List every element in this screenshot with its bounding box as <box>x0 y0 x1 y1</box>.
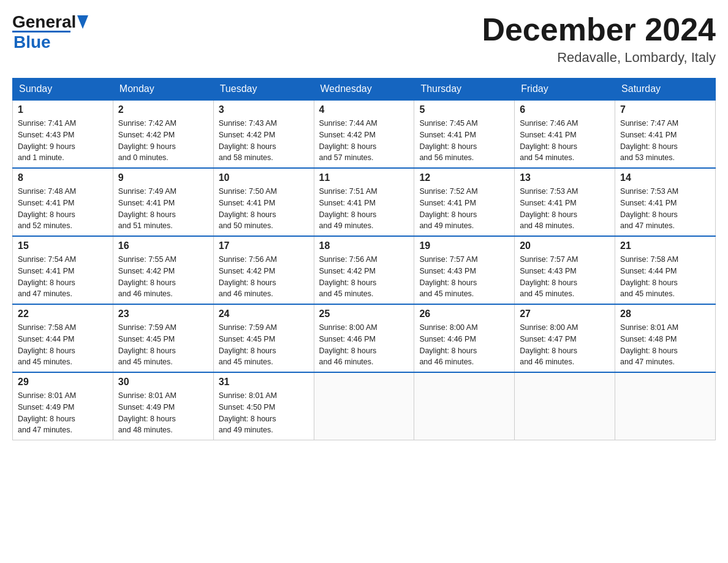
page-header: General Blue December 2024 Redavalle, Lo… <box>12 12 716 66</box>
day-number: 8 <box>18 172 108 183</box>
calendar-cell: 1Sunrise: 7:41 AM Sunset: 4:43 PM Daylig… <box>13 100 113 168</box>
calendar-cell <box>414 372 515 440</box>
week-row-3: 15Sunrise: 7:54 AM Sunset: 4:41 PM Dayli… <box>13 236 716 304</box>
day-info: Sunrise: 7:53 AM Sunset: 4:41 PM Dayligh… <box>620 186 710 232</box>
calendar-cell: 9Sunrise: 7:49 AM Sunset: 4:41 PM Daylig… <box>113 168 213 236</box>
calendar-cell: 2Sunrise: 7:42 AM Sunset: 4:42 PM Daylig… <box>113 100 213 168</box>
calendar-cell: 3Sunrise: 7:43 AM Sunset: 4:42 PM Daylig… <box>213 100 314 168</box>
calendar-cell: 27Sunrise: 8:00 AM Sunset: 4:47 PM Dayli… <box>515 304 615 372</box>
day-number: 4 <box>319 104 409 115</box>
calendar-cell: 24Sunrise: 7:59 AM Sunset: 4:45 PM Dayli… <box>213 304 314 372</box>
calendar-cell: 29Sunrise: 8:01 AM Sunset: 4:49 PM Dayli… <box>13 372 113 440</box>
day-number: 3 <box>219 104 309 115</box>
day-number: 21 <box>620 240 710 251</box>
week-row-5: 29Sunrise: 8:01 AM Sunset: 4:49 PM Dayli… <box>13 372 716 440</box>
calendar-cell: 15Sunrise: 7:54 AM Sunset: 4:41 PM Dayli… <box>13 236 113 304</box>
day-info: Sunrise: 7:54 AM Sunset: 4:41 PM Dayligh… <box>18 254 108 300</box>
calendar-cell: 13Sunrise: 7:53 AM Sunset: 4:41 PM Dayli… <box>515 168 615 236</box>
day-info: Sunrise: 8:01 AM Sunset: 4:49 PM Dayligh… <box>118 390 208 436</box>
day-number: 16 <box>118 240 208 251</box>
day-number: 1 <box>18 104 108 115</box>
week-row-1: 1Sunrise: 7:41 AM Sunset: 4:43 PM Daylig… <box>13 100 716 168</box>
calendar-cell: 5Sunrise: 7:45 AM Sunset: 4:41 PM Daylig… <box>414 100 515 168</box>
day-info: Sunrise: 7:59 AM Sunset: 4:45 PM Dayligh… <box>219 322 309 368</box>
day-number: 12 <box>419 172 509 183</box>
day-info: Sunrise: 8:00 AM Sunset: 4:46 PM Dayligh… <box>419 322 509 368</box>
day-info: Sunrise: 7:52 AM Sunset: 4:41 PM Dayligh… <box>419 186 509 232</box>
day-number: 29 <box>18 377 108 388</box>
day-number: 23 <box>118 308 208 320</box>
day-number: 30 <box>118 377 208 388</box>
day-number: 22 <box>18 308 108 320</box>
day-info: Sunrise: 7:43 AM Sunset: 4:42 PM Dayligh… <box>219 118 309 164</box>
day-number: 15 <box>18 240 108 251</box>
day-number: 2 <box>118 104 208 115</box>
day-info: Sunrise: 8:00 AM Sunset: 4:46 PM Dayligh… <box>319 322 409 368</box>
calendar-table: SundayMondayTuesdayWednesdayThursdayFrid… <box>12 78 716 440</box>
day-info: Sunrise: 8:01 AM Sunset: 4:50 PM Dayligh… <box>219 390 309 436</box>
day-info: Sunrise: 8:01 AM Sunset: 4:48 PM Dayligh… <box>620 322 710 368</box>
calendar-cell: 16Sunrise: 7:55 AM Sunset: 4:42 PM Dayli… <box>113 236 213 304</box>
day-info: Sunrise: 8:01 AM Sunset: 4:49 PM Dayligh… <box>18 390 108 436</box>
day-number: 6 <box>520 104 610 115</box>
calendar-cell <box>314 372 414 440</box>
day-info: Sunrise: 7:41 AM Sunset: 4:43 PM Dayligh… <box>18 118 108 164</box>
day-number: 18 <box>319 240 409 251</box>
calendar-header-row: SundayMondayTuesdayWednesdayThursdayFrid… <box>13 79 716 101</box>
day-info: Sunrise: 7:56 AM Sunset: 4:42 PM Dayligh… <box>319 254 409 300</box>
logo: General Blue <box>12 12 88 52</box>
calendar-cell <box>515 372 615 440</box>
day-info: Sunrise: 7:49 AM Sunset: 4:41 PM Dayligh… <box>118 186 208 232</box>
day-info: Sunrise: 7:58 AM Sunset: 4:44 PM Dayligh… <box>18 322 108 368</box>
day-number: 9 <box>118 172 208 183</box>
day-info: Sunrise: 7:46 AM Sunset: 4:41 PM Dayligh… <box>520 118 610 164</box>
column-header-thursday: Thursday <box>414 79 515 101</box>
day-info: Sunrise: 8:00 AM Sunset: 4:47 PM Dayligh… <box>520 322 610 368</box>
column-header-wednesday: Wednesday <box>314 79 414 101</box>
calendar-cell: 8Sunrise: 7:48 AM Sunset: 4:41 PM Daylig… <box>13 168 113 236</box>
day-number: 11 <box>319 172 409 183</box>
column-header-tuesday: Tuesday <box>213 79 314 101</box>
day-number: 13 <box>520 172 610 183</box>
calendar-cell: 10Sunrise: 7:50 AM Sunset: 4:41 PM Dayli… <box>213 168 314 236</box>
logo-triangle-icon <box>77 15 88 29</box>
day-number: 28 <box>620 308 710 320</box>
week-row-2: 8Sunrise: 7:48 AM Sunset: 4:41 PM Daylig… <box>13 168 716 236</box>
day-number: 31 <box>219 377 309 388</box>
logo-blue: Blue <box>13 33 51 52</box>
location-title: Redavalle, Lombardy, Italy <box>482 50 716 66</box>
day-info: Sunrise: 7:51 AM Sunset: 4:41 PM Dayligh… <box>319 186 409 232</box>
svg-marker-0 <box>77 15 88 29</box>
day-number: 19 <box>419 240 509 251</box>
month-title: December 2024 <box>482 12 716 47</box>
day-info: Sunrise: 7:53 AM Sunset: 4:41 PM Dayligh… <box>520 186 610 232</box>
day-info: Sunrise: 7:57 AM Sunset: 4:43 PM Dayligh… <box>520 254 610 300</box>
calendar-cell: 31Sunrise: 8:01 AM Sunset: 4:50 PM Dayli… <box>213 372 314 440</box>
calendar-cell: 12Sunrise: 7:52 AM Sunset: 4:41 PM Dayli… <box>414 168 515 236</box>
calendar-cell: 20Sunrise: 7:57 AM Sunset: 4:43 PM Dayli… <box>515 236 615 304</box>
day-info: Sunrise: 7:42 AM Sunset: 4:42 PM Dayligh… <box>118 118 208 164</box>
day-info: Sunrise: 7:47 AM Sunset: 4:41 PM Dayligh… <box>620 118 710 164</box>
calendar-cell: 21Sunrise: 7:58 AM Sunset: 4:44 PM Dayli… <box>615 236 716 304</box>
calendar-cell: 28Sunrise: 8:01 AM Sunset: 4:48 PM Dayli… <box>615 304 716 372</box>
day-info: Sunrise: 7:45 AM Sunset: 4:41 PM Dayligh… <box>419 118 509 164</box>
calendar-cell: 26Sunrise: 8:00 AM Sunset: 4:46 PM Dayli… <box>414 304 515 372</box>
column-header-saturday: Saturday <box>615 79 716 101</box>
calendar-cell: 14Sunrise: 7:53 AM Sunset: 4:41 PM Dayli… <box>615 168 716 236</box>
calendar-cell: 18Sunrise: 7:56 AM Sunset: 4:42 PM Dayli… <box>314 236 414 304</box>
day-info: Sunrise: 7:44 AM Sunset: 4:42 PM Dayligh… <box>319 118 409 164</box>
calendar-cell: 11Sunrise: 7:51 AM Sunset: 4:41 PM Dayli… <box>314 168 414 236</box>
logo-general: General <box>12 12 76 32</box>
day-number: 5 <box>419 104 509 115</box>
calendar-cell: 7Sunrise: 7:47 AM Sunset: 4:41 PM Daylig… <box>615 100 716 168</box>
column-header-sunday: Sunday <box>13 79 113 101</box>
calendar-cell: 30Sunrise: 8:01 AM Sunset: 4:49 PM Dayli… <box>113 372 213 440</box>
day-number: 27 <box>520 308 610 320</box>
calendar-cell: 4Sunrise: 7:44 AM Sunset: 4:42 PM Daylig… <box>314 100 414 168</box>
day-info: Sunrise: 7:56 AM Sunset: 4:42 PM Dayligh… <box>219 254 309 300</box>
calendar-cell: 19Sunrise: 7:57 AM Sunset: 4:43 PM Dayli… <box>414 236 515 304</box>
calendar-cell: 6Sunrise: 7:46 AM Sunset: 4:41 PM Daylig… <box>515 100 615 168</box>
day-number: 20 <box>520 240 610 251</box>
calendar-cell: 17Sunrise: 7:56 AM Sunset: 4:42 PM Dayli… <box>213 236 314 304</box>
day-number: 10 <box>219 172 309 183</box>
